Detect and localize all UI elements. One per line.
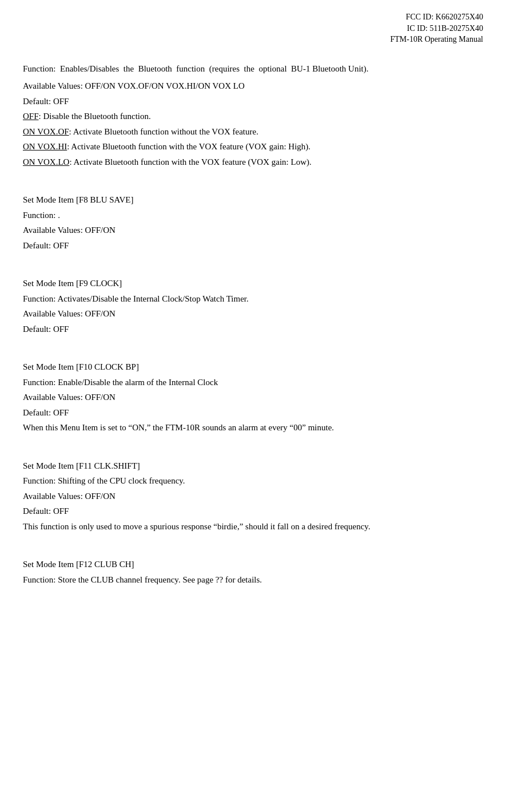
manual-title-line: FTM-10R Operating Manual: [23, 34, 483, 45]
intro-desc2: ON VOX.OF: Activate Bluetooth function w…: [23, 125, 483, 138]
f11-title: Set Mode Item [F11 CLK.SHIFT]: [23, 460, 483, 473]
f9-default: Default: OFF: [23, 323, 483, 336]
f9-section: Set Mode Item [F9 CLOCK] Function: Activ…: [23, 277, 483, 335]
f11-function: Function: Shifting of the CPU clock freq…: [23, 474, 483, 488]
f10-title: Set Mode Item [F10 CLOCK BP]: [23, 361, 483, 374]
f8-available-values: Available Values: OFF/ON: [23, 224, 483, 237]
intro-desc3-val: : Activate Bluetooth function with the V…: [67, 142, 310, 151]
f10-section: Set Mode Item [F10 CLOCK BP] Function: E…: [23, 361, 483, 434]
intro-function: Function: Enables/Disables the Bluetooth…: [23, 62, 483, 76]
f10-available-values: Available Values: OFF/ON: [23, 391, 483, 404]
f8-function: Function: .: [23, 209, 483, 222]
f9-available-values: Available Values: OFF/ON: [23, 307, 483, 320]
intro-desc4-key: ON VOX.LO: [23, 157, 69, 167]
page-header: FCC ID: K6620275X40 IC ID: 511B-20275X40…: [23, 11, 483, 45]
intro-desc2-val: : Activate Bluetooth function without th…: [69, 127, 258, 136]
intro-desc1-key: OFF: [23, 112, 39, 121]
fcc-id-line: FCC ID: K6620275X40: [23, 11, 483, 23]
ic-id-line: IC ID: 511B-20275X40: [23, 23, 483, 34]
intro-desc1: OFF: Disable the Bluetooth function.: [23, 110, 483, 123]
f11-section: Set Mode Item [F11 CLK.SHIFT] Function: …: [23, 460, 483, 533]
f10-note: When this Menu Item is set to “ON,” the …: [23, 421, 483, 434]
f11-default: Default: OFF: [23, 505, 483, 518]
f11-note: This function is only used to move a spu…: [23, 520, 483, 533]
f8-default: Default: OFF: [23, 239, 483, 252]
f8-title: Set Mode Item [F8 BLU SAVE]: [23, 193, 483, 207]
intro-desc1-val: : Disable the Bluetooth function.: [39, 112, 151, 121]
f9-function: Function: Activates/Disable the Internal…: [23, 292, 483, 306]
intro-default: Default: OFF: [23, 95, 483, 108]
intro-desc3: ON VOX.HI: Activate Bluetooth function w…: [23, 140, 483, 153]
f12-section: Set Mode Item [F12 CLUB CH] Function: St…: [23, 558, 483, 586]
intro-desc3-key: ON VOX.HI: [23, 142, 67, 151]
f11-available-values: Available Values: OFF/ON: [23, 490, 483, 503]
f9-title: Set Mode Item [F9 CLOCK]: [23, 277, 483, 290]
f12-function: Function: Store the CLUB channel frequen…: [23, 573, 483, 587]
intro-desc2-key: ON VOX.OF: [23, 127, 69, 136]
intro-desc4: ON VOX.LO: Activate Bluetooth function w…: [23, 156, 483, 169]
intro-desc4-val: : Activate Bluetooth function with the V…: [69, 157, 311, 167]
f12-title: Set Mode Item [F12 CLUB CH]: [23, 558, 483, 571]
intro-available-values: Available Values: OFF/ON VOX.OF/ON VOX.H…: [23, 80, 483, 93]
f10-function: Function: Enable/Disable the alarm of th…: [23, 376, 483, 389]
main-content: Function: Enables/Disables the Bluetooth…: [23, 62, 483, 587]
f10-default: Default: OFF: [23, 406, 483, 419]
f8-section: Set Mode Item [F8 BLU SAVE] Function: . …: [23, 193, 483, 252]
